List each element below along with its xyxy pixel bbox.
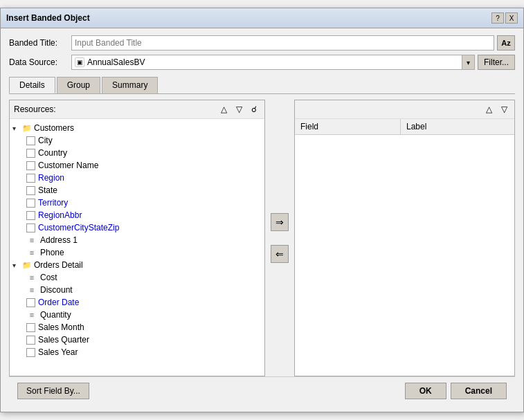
tree-checkbox[interactable] [26,348,35,357]
title-bar-buttons: ? X [491,12,518,24]
dialog-content: Banded Title: Az Data Source: ▣ AnnualSa… [1,28,523,412]
tree-checkbox[interactable] [26,186,35,195]
title-bar: Insert Banded Object ? X [1,8,523,28]
lines-icon: ≡ [26,311,37,320]
tree-checkbox[interactable] [26,323,35,332]
toolbar-icons: △ ▽ ☌ [217,103,260,116]
ok-cancel-group: OK Cancel [405,383,507,399]
list-item[interactable]: State [10,184,264,197]
tree-item-label: Sales Month [38,322,84,332]
tree-checkbox[interactable] [26,174,35,183]
tree-item-label: CustomerCityStateZip [38,223,119,232]
tree-item-label: City [38,136,53,145]
right-panel-toolbar: △ ▽ [295,100,514,119]
list-item[interactable]: Sales Month [10,321,264,334]
list-item[interactable]: Region [10,172,264,184]
folder-icon: 📁 [22,124,32,133]
list-item[interactable]: Customer Name [10,159,264,172]
tree-item-label: Country [38,148,67,158]
tree-toggle: ▾ [12,125,22,132]
datasource-row: Data Source: ▣ AnnualSalesBV ▾ Filter... [9,55,515,70]
sort-field-button[interactable]: Sort Field By... [17,383,89,399]
tree-item-label: Region [38,173,64,183]
lines-icon: ≡ [26,273,37,282]
sort-down-icon[interactable]: ▽ [233,103,245,116]
tree-item-label: Address 1 [40,235,78,245]
list-item[interactable]: Sales Quarter [10,334,264,346]
cancel-button[interactable]: Cancel [451,383,507,399]
tree-item-label: Customer Name [38,161,98,170]
tab-details[interactable]: Details [9,77,55,93]
list-item[interactable]: ≡Discount [10,284,264,296]
tree-item-label: Territory [38,198,68,208]
list-item[interactable]: CustomerCityStateZip [10,221,264,234]
lines-icon: ≡ [26,286,37,295]
tree-checkbox[interactable] [26,161,35,170]
list-item[interactable]: ▾📁Customers [10,122,264,134]
tree-checkbox[interactable] [26,298,35,307]
tree-item-label: Order Date [38,298,79,307]
datasource-value: AnnualSalesBV [87,57,145,67]
lines-icon: ≡ [26,248,37,257]
datasource-dropdown-arrow[interactable]: ▾ [462,55,474,69]
list-item[interactable]: Order Date [10,296,264,309]
col-label-header: Label [400,119,514,135]
filter-button[interactable]: Filter... [478,55,515,70]
banded-title-label: Banded Title: [9,38,71,48]
list-item[interactable]: ≡Phone [10,246,264,259]
move-right-button[interactable]: ⇒ [271,213,289,231]
tree-item-label: Sales Year [38,347,78,357]
resources-label: Resources: [14,104,56,114]
banded-title-row: Banded Title: Az [9,35,515,51]
tree-item-label: State [38,185,57,195]
tabs-bar: Details Group Summary [9,77,515,94]
tree-checkbox[interactable] [26,149,35,158]
list-item[interactable]: City [10,134,264,147]
col-field-header: Field [295,119,400,135]
main-panel: Resources: △ ▽ ☌ ▾📁CustomersCityCountryC… [9,100,515,376]
list-item[interactable]: Territory [10,197,264,209]
tree-checkbox[interactable] [26,223,35,232]
right-panel: △ ▽ Field Label [294,100,515,376]
list-item[interactable]: ≡Cost [10,271,264,284]
left-panel-toolbar: Resources: △ ▽ ☌ [10,100,264,119]
list-item[interactable]: Country [10,147,264,159]
tree-checkbox[interactable] [26,199,35,208]
list-item[interactable]: ≡Quantity [10,309,264,321]
ok-button[interactable]: OK [405,383,446,399]
search-icon[interactable]: ☌ [248,103,260,116]
move-left-button[interactable]: ⇐ [271,245,289,263]
sort-up-icon[interactable]: △ [217,103,230,116]
move-up-icon[interactable]: △ [482,103,495,116]
tab-summary[interactable]: Summary [102,77,158,93]
move-down-icon[interactable]: ▽ [498,103,510,116]
tree-toggle: ▾ [12,262,22,269]
banded-title-input[interactable] [71,35,494,51]
lines-icon: ≡ [26,236,37,245]
right-table: Field Label [295,119,514,376]
help-button[interactable]: ? [491,12,504,24]
az-button[interactable]: Az [497,35,515,51]
tree-item-label: Customers [34,123,74,133]
list-item[interactable]: Sales Year [10,346,264,358]
tree-item-label: Orders Detail [34,260,83,270]
bottom-bar: Sort Field By... OK Cancel [9,376,515,405]
list-item[interactable]: ≡Address 1 [10,234,264,246]
tab-group[interactable]: Group [57,77,100,93]
insert-banded-object-dialog: Insert Banded Object ? X Banded Title: A… [0,8,524,412]
datasource-select[interactable]: ▣ AnnualSalesBV ▾ [71,55,475,70]
resources-list: ▾📁CustomersCityCountryCustomer NameRegio… [10,119,264,376]
tree-item-label: RegionAbbr [38,210,82,220]
arrow-panel: ⇒ ⇐ [265,100,294,376]
folder-icon: 📁 [22,261,32,270]
list-item[interactable]: RegionAbbr [10,209,264,221]
tree-checkbox[interactable] [26,336,35,345]
tree-checkbox[interactable] [26,136,35,145]
close-button[interactable]: X [505,12,518,24]
tree-checkbox[interactable] [26,211,35,220]
tree-item-label: Sales Quarter [38,335,89,345]
list-item[interactable]: ▾📁Orders Detail [10,259,264,271]
datasource-label: Data Source: [9,57,71,67]
tree-item-label: Phone [40,248,64,257]
datasource-db-icon: ▣ [75,57,84,67]
